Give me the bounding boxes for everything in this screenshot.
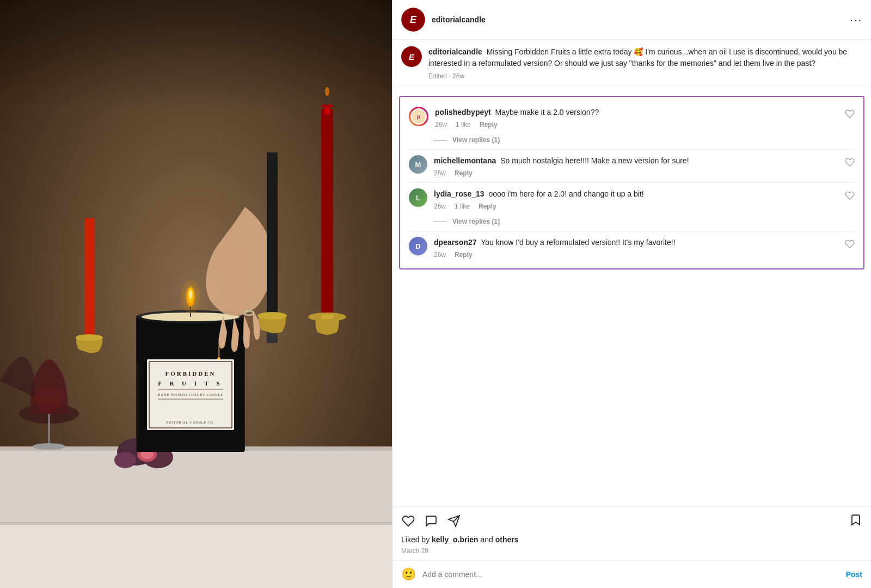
comment-body: So much nostalgia here!!!! Make a new ve… [500, 156, 689, 165]
comment-heart-button[interactable] [845, 157, 855, 169]
add-comment-bar: 🙂 Post [392, 560, 871, 588]
svg-rect-48 [84, 218, 94, 338]
share-button[interactable] [447, 514, 461, 528]
comment-text: michellemontana So much nostalgia here!!… [434, 155, 855, 167]
comment-meta: 26w 1 like Reply [434, 203, 855, 210]
comment-time: 26w [434, 203, 446, 210]
comment-time: 26w [435, 121, 447, 128]
post-comment-button[interactable]: Post [846, 570, 862, 579]
comment-heart-button[interactable] [845, 191, 855, 203]
view-replies-label[interactable]: View replies (1) [452, 136, 500, 144]
header-avatar: E [401, 8, 425, 32]
svg-rect-44 [321, 315, 333, 319]
comment-item: L lydia_rose_13 oooo i'm here for a 2.0!… [400, 183, 863, 216]
comment-text: lydia_rose_13 oooo i'm here for a 2.0! a… [434, 188, 855, 200]
comment-item: M michellemontana So much nostalgia here… [400, 150, 863, 182]
comment-reply-button[interactable]: Reply [479, 203, 496, 210]
avatar-polishedbypeyt: p [409, 107, 428, 126]
action-icons [401, 514, 849, 528]
comment-content: dpearson27 You know I'd buy a reformulat… [434, 237, 855, 259]
comment-item: p polishedbypeyt Maybe make it a 2.0 ver… [400, 101, 863, 134]
svg-rect-5 [0, 522, 392, 525]
svg-point-47 [257, 312, 287, 320]
view-replies-line [434, 140, 447, 140]
avatar-michellemontana: M [409, 155, 427, 174]
svg-text:EDITORIAL CANDLE CO.: EDITORIAL CANDLE CO. [167, 421, 215, 424]
caption-avatar: E [401, 46, 422, 67]
svg-rect-4 [0, 523, 392, 588]
comment-body: oooo i'm here for a 2.0! and change it u… [489, 189, 644, 198]
comment-username[interactable]: polishedbypeyt [435, 108, 491, 117]
highlighted-comments-box: p polishedbypeyt Maybe make it a 2.0 ver… [399, 96, 864, 270]
post-date: March 29 [392, 546, 871, 560]
like-button[interactable] [401, 514, 415, 528]
view-replies-label[interactable]: View replies (1) [452, 218, 500, 225]
comments-section: p polishedbypeyt Maybe make it a 2.0 ver… [392, 87, 871, 506]
likes-row: Liked by kelly_o.brien and others [392, 533, 871, 546]
comment-input[interactable] [422, 570, 846, 579]
avatar-lydia-rose: L [409, 188, 427, 207]
comment-item: D dpearson27 You know I'd buy a reformul… [400, 231, 863, 264]
svg-rect-38 [321, 109, 333, 316]
view-replies-1[interactable]: View replies (1) [400, 134, 863, 149]
comment-text: polishedbypeyt Maybe make it a 2.0 versi… [435, 107, 855, 118]
comment-reply-button[interactable]: Reply [455, 169, 473, 177]
svg-point-9 [33, 443, 65, 450]
svg-text:FORBIDDEN: FORBIDDEN [165, 370, 216, 377]
comment-button[interactable] [424, 514, 438, 528]
header-username[interactable]: editorialcandle [432, 15, 850, 24]
svg-rect-50 [0, 0, 392, 109]
liked-by-prefix: Liked by [401, 535, 432, 544]
comment-heart-button[interactable] [845, 239, 855, 251]
comment-text: dpearson27 You know I'd buy a reformulat… [434, 237, 855, 248]
avatar-polishedbypeyt-inner: p [410, 108, 427, 125]
caption-text: editorialcandle Missing Forbidden Fruits… [428, 46, 862, 69]
bookmark-button[interactable] [849, 513, 862, 529]
comment-time: 26w [434, 251, 446, 259]
comment-reply-button[interactable]: Reply [455, 251, 473, 259]
post-header: E editorialcandle ··· [392, 0, 871, 40]
comment-username[interactable]: lydia_rose_13 [434, 189, 484, 198]
caption-body: Missing Forbidden Fruits a little extra … [428, 47, 847, 68]
comment-content: polishedbypeyt Maybe make it a 2.0 versi… [435, 107, 855, 128]
svg-text:F R U I T S: F R U I T S [158, 380, 223, 387]
comment-likes: 1 like [456, 121, 471, 128]
comment-username[interactable]: michellemontana [434, 156, 496, 165]
comment-username[interactable]: dpearson27 [434, 238, 477, 247]
caption-area: E editorialcandle Missing Forbidden Frui… [392, 40, 871, 87]
svg-point-49 [76, 334, 103, 341]
header-avatar-letter: E [401, 8, 425, 32]
caption-username[interactable]: editorialcandle [428, 47, 482, 56]
comment-likes: 1 like [455, 203, 470, 210]
liked-by-user1[interactable]: kelly_o.brien [432, 535, 479, 544]
liked-by-middle: and [479, 535, 495, 544]
svg-point-12 [114, 452, 136, 468]
view-replies-3[interactable]: View replies (1) [400, 216, 863, 231]
comment-heart-button[interactable] [845, 109, 855, 121]
comment-content: michellemontana So much nostalgia here!!… [434, 155, 855, 177]
emoji-button[interactable]: 🙂 [401, 567, 416, 581]
svg-point-25 [184, 285, 197, 309]
svg-text:HAND POURED LUXURY CANDLE: HAND POURED LUXURY CANDLE [158, 393, 223, 396]
comment-content: lydia_rose_13 oooo i'm here for a 2.0! a… [434, 188, 855, 210]
photo-panel: FORBIDDEN F R U I T S HAND POURED LUXURY… [0, 0, 392, 588]
comment-meta: 26w Reply [434, 251, 855, 259]
comment-meta: 26w 1 like Reply [435, 121, 855, 128]
comment-time: 26w [434, 169, 446, 177]
comment-meta: 26w Reply [434, 169, 855, 177]
more-options-button[interactable]: ··· [850, 14, 862, 26]
comment-body: You know I'd buy a reformulated version!… [481, 238, 675, 247]
view-replies-line [434, 222, 447, 222]
comment-body: Maybe make it a 2.0 version?? [495, 108, 599, 117]
caption-meta: Edited · 26w [428, 72, 862, 80]
avatar-dpearson27: D [409, 237, 427, 255]
svg-rect-45 [267, 152, 278, 316]
post-panel: E editorialcandle ··· E editorialcandle … [392, 0, 871, 588]
comment-reply-button[interactable]: Reply [480, 121, 498, 128]
actions-bar [392, 506, 871, 533]
liked-by-others[interactable]: others [495, 535, 519, 544]
